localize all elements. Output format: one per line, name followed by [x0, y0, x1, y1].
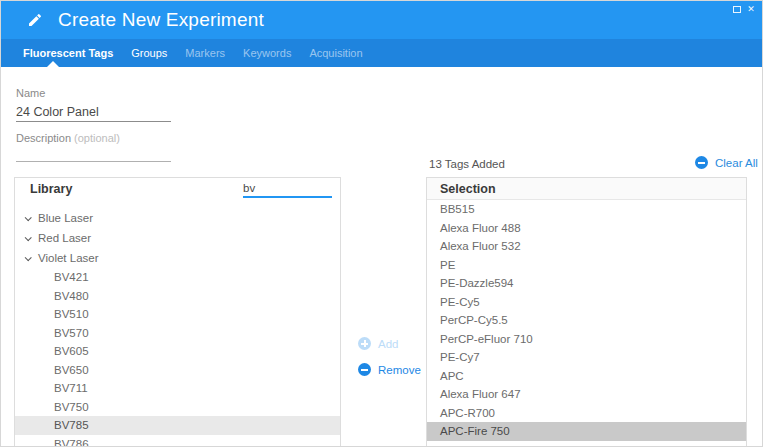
selection-item-pe-dazzle594[interactable]: PE-Dazzle594: [427, 274, 746, 293]
library-item-bv605[interactable]: BV605: [15, 342, 340, 361]
tab-keywords[interactable]: Keywords: [243, 47, 291, 59]
remove-button[interactable]: Remove: [358, 363, 421, 376]
create-experiment-dialog: Create New Experiment ✕ Fluorescent Tags…: [0, 0, 763, 447]
selection-item-alexa-fluor-488[interactable]: Alexa Fluor 488: [427, 219, 746, 238]
tags-added-count: 13 Tags Added: [429, 158, 505, 170]
library-item-bv786[interactable]: BV786: [15, 435, 340, 447]
active-tab-notch: [47, 61, 59, 67]
selection-item-pe-cy7[interactable]: PE-Cy7: [427, 348, 746, 367]
chevron-down-icon[interactable]: [25, 214, 32, 221]
title-bar: Create New Experiment ✕: [1, 1, 762, 39]
minus-circle-icon: [358, 363, 371, 376]
library-group-label: Red Laser: [38, 232, 91, 244]
selection-title: Selection: [440, 182, 496, 196]
library-item-bv570[interactable]: BV570: [15, 324, 340, 343]
remove-label: Remove: [378, 364, 421, 376]
plus-circle-icon: [358, 337, 371, 350]
name-label: Name: [16, 87, 45, 99]
library-item-bv750[interactable]: BV750: [15, 398, 340, 417]
library-item-bv510[interactable]: BV510: [15, 305, 340, 324]
library-item-bv650[interactable]: BV650: [15, 361, 340, 380]
library-item-bv711[interactable]: BV711: [15, 379, 340, 398]
name-input[interactable]: [16, 102, 171, 122]
selection-item-apc-fire-750[interactable]: APC-Fire 750: [427, 422, 746, 441]
selection-item-bb515[interactable]: BB515: [427, 200, 746, 219]
chevron-down-icon[interactable]: [25, 254, 32, 261]
clear-all-label: Clear All: [715, 157, 758, 169]
clear-all-button[interactable]: Clear All: [695, 156, 758, 169]
selection-item-pe[interactable]: PE: [427, 256, 746, 275]
minus-circle-icon: [695, 156, 708, 169]
library-tree: Blue LaserRed LaserViolet LaserBV421BV48…: [15, 208, 340, 447]
add-button[interactable]: Add: [358, 337, 398, 350]
selection-list: BB515Alexa Fluor 488Alexa Fluor 532PEPE-…: [427, 200, 746, 441]
tab-fluorescent-tags[interactable]: Fluorescent Tags: [23, 47, 113, 59]
library-title: Library: [30, 182, 72, 196]
add-label: Add: [378, 338, 398, 350]
library-item-bv785[interactable]: BV785: [15, 416, 340, 435]
library-search-input[interactable]: [243, 180, 332, 198]
library-panel: Library Blue LaserRed LaserViolet LaserB…: [14, 177, 341, 447]
selection-panel: Selection BB515Alexa Fluor 488Alexa Fluo…: [426, 177, 747, 447]
selection-item-percp-efluor-710[interactable]: PerCP-eFluor 710: [427, 330, 746, 349]
chevron-down-icon[interactable]: [25, 234, 32, 241]
tab-groups[interactable]: Groups: [131, 47, 167, 59]
close-window-icon[interactable]: ✕: [745, 2, 757, 16]
selection-item-apc-r700[interactable]: APC-R700: [427, 404, 746, 423]
library-group-label: Violet Laser: [38, 252, 99, 264]
tab-markers[interactable]: Markers: [185, 47, 225, 59]
library-group-red-laser[interactable]: Red Laser: [15, 228, 340, 248]
library-item-bv480[interactable]: BV480: [15, 287, 340, 306]
selection-item-pe-cy5[interactable]: PE-Cy5: [427, 293, 746, 312]
selection-item-alexa-fluor-532[interactable]: Alexa Fluor 532: [427, 237, 746, 256]
selection-header: Selection: [427, 178, 746, 200]
pencil-icon: [27, 12, 43, 28]
description-input[interactable]: [16, 142, 171, 162]
dialog-title: Create New Experiment: [58, 1, 264, 39]
library-group-violet-laser[interactable]: Violet Laser: [15, 248, 340, 268]
library-header: Library: [15, 178, 340, 200]
library-item-bv421[interactable]: BV421: [15, 268, 340, 287]
library-group-label: Blue Laser: [38, 212, 93, 224]
tab-bar: Fluorescent Tags Groups Markers Keywords…: [1, 39, 762, 67]
selection-item-percp-cy5-5[interactable]: PerCP-Cy5.5: [427, 311, 746, 330]
library-group-blue-laser[interactable]: Blue Laser: [15, 208, 340, 228]
restore-window-icon[interactable]: [733, 6, 741, 13]
tab-acquisition[interactable]: Acquisition: [309, 47, 362, 59]
selection-item-apc[interactable]: APC: [427, 367, 746, 386]
selection-item-alexa-fluor-647[interactable]: Alexa Fluor 647: [427, 385, 746, 404]
